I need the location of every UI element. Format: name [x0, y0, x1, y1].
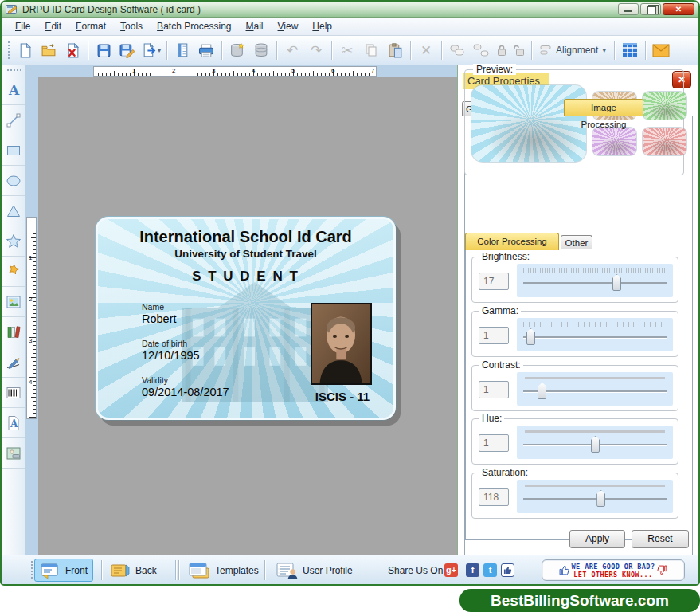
like-icon[interactable]	[501, 563, 514, 577]
feedback-banner[interactable]: WE ARE GOOD OR BAD? LET OTHERS KNOW...	[542, 559, 685, 581]
saturation-slider[interactable]	[517, 480, 673, 513]
text-watermark-tool[interactable]: A	[2, 408, 25, 438]
contrast-slider[interactable]	[517, 372, 673, 406]
gamma-slider[interactable]	[517, 318, 673, 351]
slider-label: Saturation:	[479, 467, 530, 478]
lock-button[interactable]	[493, 39, 510, 61]
delete-object-button[interactable]: ✕	[414, 39, 438, 61]
ruler-tick	[33, 333, 37, 334]
id-card[interactable]: International School Id Card University …	[96, 217, 396, 420]
ungroup-button[interactable]	[469, 39, 493, 61]
ruler-tick	[329, 73, 330, 76]
undo-button[interactable]: ↶	[280, 39, 304, 61]
slider-tick	[664, 268, 665, 273]
subtab-color-processing[interactable]: Color Processing	[465, 233, 559, 250]
menu-format[interactable]: Format	[68, 18, 113, 34]
hue-slider[interactable]	[517, 426, 673, 459]
ruler-tick	[285, 73, 286, 76]
print-preview-button[interactable]	[170, 39, 194, 61]
grid-button[interactable]	[618, 39, 642, 61]
open-folder-icon	[41, 43, 57, 58]
back-button[interactable]: Back	[105, 559, 162, 582]
slider-thumb[interactable]	[596, 490, 605, 507]
menu-help[interactable]: Help	[305, 18, 339, 34]
preview-thumb-pink[interactable]	[643, 128, 686, 155]
preview-thumb-green[interactable]	[643, 92, 686, 120]
unlock-button[interactable]	[510, 39, 528, 61]
branding-text: BestBillingSoftware.com	[491, 592, 669, 610]
barcode-tool[interactable]	[2, 378, 25, 408]
slider-tick	[535, 268, 536, 273]
slider-tick	[650, 268, 651, 273]
menu-mail[interactable]: Mail	[239, 18, 271, 34]
database-new-button[interactable]	[225, 39, 249, 61]
slider-tick	[545, 268, 546, 273]
freeform-shape-tool[interactable]	[2, 257, 25, 287]
delete-document-button[interactable]	[61, 39, 84, 61]
line-tool[interactable]	[2, 105, 25, 135]
preview-main[interactable]	[471, 85, 586, 162]
menu-view[interactable]: View	[271, 18, 306, 34]
minimize-button[interactable]	[618, 3, 639, 15]
slider-thumb[interactable]	[612, 274, 621, 291]
menu-edit[interactable]: Edit	[37, 18, 68, 34]
user-profile-button[interactable]: User Profile	[271, 559, 358, 582]
database-button[interactable]	[249, 39, 273, 61]
ruler-tick	[377, 73, 377, 76]
slider-tick	[639, 322, 639, 327]
print-button[interactable]	[194, 39, 218, 61]
signature-tool[interactable]	[2, 347, 25, 378]
slider-thumb[interactable]	[591, 436, 600, 453]
slider-thumb[interactable]	[538, 382, 546, 399]
ruler-tick	[122, 73, 123, 76]
card-field-name: Name Robert	[142, 302, 177, 325]
alignment-button[interactable]: Alignment ▾	[535, 42, 611, 58]
rectangle-tool[interactable]	[2, 135, 25, 166]
google-plus-icon[interactable]: g+	[444, 563, 458, 577]
front-button[interactable]: Front	[34, 559, 93, 582]
brightness-slider[interactable]	[517, 264, 673, 297]
slider-tick	[540, 322, 541, 327]
group-button[interactable]	[445, 39, 469, 61]
maximize-button[interactable]	[640, 3, 661, 15]
cut-button[interactable]: ✂	[335, 39, 359, 61]
mail-button[interactable]	[649, 39, 673, 61]
image-watermark-tool[interactable]	[2, 438, 25, 469]
share-label: Share Us On :	[388, 565, 448, 576]
copy-button[interactable]	[359, 39, 383, 61]
star-tool[interactable]	[2, 226, 25, 257]
open-button[interactable]	[37, 39, 61, 61]
export-button[interactable]: ▾	[139, 39, 163, 61]
redo-button[interactable]: ↷	[304, 39, 328, 61]
menu-batch-processing[interactable]: Batch Processing	[150, 18, 238, 34]
slider-thumb[interactable]	[526, 328, 535, 345]
toolbar-separator	[331, 41, 332, 60]
facebook-icon[interactable]: f	[466, 563, 479, 577]
apply-button[interactable]: Apply	[569, 530, 625, 548]
menu-file[interactable]: File	[8, 18, 37, 34]
banner-line2: LET OTHERS KNOW...	[572, 571, 655, 579]
text-tool[interactable]: A	[2, 75, 25, 105]
ruler-tick	[33, 365, 37, 366]
design-canvas[interactable]: 1234567 1234 International School Id Car…	[25, 65, 457, 555]
save-button[interactable]	[92, 39, 115, 61]
triangle-tool[interactable]	[2, 196, 25, 226]
slider-tick	[595, 322, 596, 327]
reset-button[interactable]: Reset	[632, 530, 689, 548]
menu-tools[interactable]: Tools	[113, 18, 150, 34]
ellipse-tool[interactable]	[2, 166, 25, 196]
new-document-button[interactable]	[13, 39, 37, 61]
paste-button[interactable]	[383, 39, 407, 61]
save-edit-button[interactable]	[115, 39, 139, 61]
ruler-tick	[31, 237, 36, 238]
ruler-tick	[33, 409, 37, 410]
image-tool[interactable]	[2, 287, 25, 317]
close-button[interactable]: ✕	[663, 3, 694, 15]
templates-button[interactable]: Templates	[183, 559, 264, 582]
bottombar-separator	[101, 560, 102, 580]
library-tool[interactable]	[2, 317, 25, 347]
slider-tick	[612, 322, 612, 327]
twitter-icon[interactable]: t	[483, 563, 497, 577]
ruler-tick	[33, 369, 37, 370]
tab-image-processing[interactable]: Image Processing	[564, 99, 643, 116]
